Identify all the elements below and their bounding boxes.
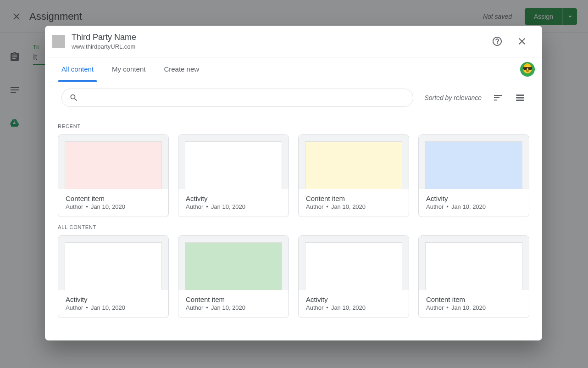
card-thumbnail xyxy=(425,242,522,290)
content-card[interactable]: Content itemAuthor•Jan 10, 2020 xyxy=(178,235,289,318)
card-title: Content item xyxy=(426,296,521,303)
content-card[interactable]: Content itemAuthor•Jan 10, 2020 xyxy=(418,235,529,318)
toolbar: Sorted by relevance xyxy=(45,81,542,107)
card-subtitle: Author•Jan 10, 2020 xyxy=(306,203,401,210)
modal-close-icon[interactable] xyxy=(513,32,531,50)
content-card[interactable]: ActivityAuthor•Jan 10, 2020 xyxy=(58,235,169,318)
card-subtitle: Author•Jan 10, 2020 xyxy=(426,304,521,311)
card-title: Content item xyxy=(306,195,401,202)
tabs: All content My content Create new xyxy=(45,57,542,81)
card-thumbnail xyxy=(425,141,522,189)
card-subtitle: Author•Jan 10, 2020 xyxy=(66,304,161,311)
third-party-logo xyxy=(52,35,65,48)
card-subtitle: Author•Jan 10, 2020 xyxy=(186,304,281,311)
tab-my-content[interactable]: My content xyxy=(112,57,145,81)
tab-all-content[interactable]: All content xyxy=(61,57,94,81)
third-party-name: Third Party Name xyxy=(72,33,136,42)
help-icon[interactable] xyxy=(488,32,506,50)
search-icon xyxy=(69,93,78,102)
avatar[interactable] xyxy=(520,62,535,77)
card-subtitle: Author•Jan 10, 2020 xyxy=(426,203,521,210)
card-title: Activity xyxy=(306,296,401,303)
content-card[interactable]: ActivityAuthor•Jan 10, 2020 xyxy=(178,134,289,217)
card-thumbnail xyxy=(185,141,282,189)
section-all-label: ALL CONTENT xyxy=(58,224,529,230)
search-input[interactable] xyxy=(84,94,405,102)
card-title: Content item xyxy=(66,195,161,202)
section-recent-label: RECENT xyxy=(58,123,529,129)
search-field[interactable] xyxy=(61,89,413,107)
card-thumbnail xyxy=(185,242,282,290)
list-view-icon[interactable] xyxy=(515,92,526,103)
third-party-url: www.thirdpartyURL.com xyxy=(72,43,136,50)
tab-create-new[interactable]: Create new xyxy=(164,57,199,81)
sort-label: Sorted by relevance xyxy=(424,94,482,101)
card-thumbnail xyxy=(65,141,162,189)
sort-icon[interactable] xyxy=(493,92,504,103)
content-card[interactable]: Content itemAuthor•Jan 10, 2020 xyxy=(298,134,409,217)
card-thumbnail xyxy=(65,242,162,290)
card-title: Activity xyxy=(186,195,281,202)
card-subtitle: Author•Jan 10, 2020 xyxy=(306,304,401,311)
card-subtitle: Author•Jan 10, 2020 xyxy=(66,203,161,210)
card-title: Activity xyxy=(426,195,521,202)
content-card[interactable]: ActivityAuthor•Jan 10, 2020 xyxy=(418,134,529,217)
card-subtitle: Author•Jan 10, 2020 xyxy=(186,203,281,210)
card-title: Activity xyxy=(66,296,161,303)
modal-header: Third Party Name www.thirdpartyURL.com xyxy=(45,26,542,57)
content-picker-modal: Third Party Name www.thirdpartyURL.com A… xyxy=(45,26,542,340)
card-thumbnail xyxy=(305,141,402,189)
card-thumbnail xyxy=(305,242,402,290)
card-title: Content item xyxy=(186,296,281,303)
content-card[interactable]: ActivityAuthor•Jan 10, 2020 xyxy=(298,235,409,318)
content-card[interactable]: Content itemAuthor•Jan 10, 2020 xyxy=(58,134,169,217)
